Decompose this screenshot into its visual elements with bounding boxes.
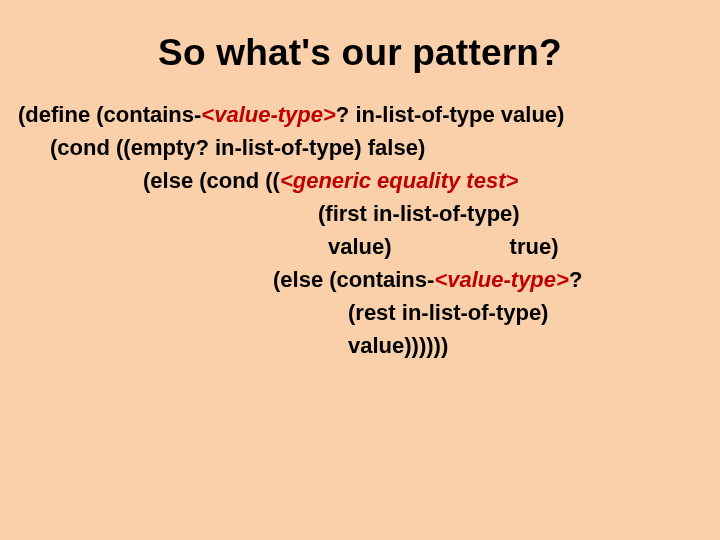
code-text: (rest in-list-of-type) [348, 300, 548, 325]
code-text: value)))))) [348, 333, 448, 358]
code-text: (first in-list-of-type) [318, 201, 520, 226]
code-line-3: (else (cond ((<generic equality test> [18, 164, 702, 197]
code-text: (else (contains- [273, 267, 434, 292]
code-block: (define (contains-<value-type>? in-list-… [18, 98, 702, 362]
code-line-4: (first in-list-of-type) [18, 197, 702, 230]
code-line-7: (rest in-list-of-type) [18, 296, 702, 329]
code-line-8: value)))))) [18, 329, 702, 362]
value-type-placeholder: <value-type> [201, 102, 336, 127]
code-text: true) [510, 234, 559, 259]
code-text: (cond ((empty? in-list-of-type) false) [50, 135, 425, 160]
code-line-5: value)true) [18, 230, 702, 263]
code-text: (else (cond (( [143, 168, 280, 193]
slide: So what's our pattern? (define (contains… [0, 0, 720, 540]
code-line-1: (define (contains-<value-type>? in-list-… [18, 98, 702, 131]
code-line-6: (else (contains-<value-type>? [18, 263, 702, 296]
code-text: ? in-list-of-type value) [336, 102, 565, 127]
code-text: value) [328, 234, 392, 259]
code-text: ? [569, 267, 582, 292]
code-line-2: (cond ((empty? in-list-of-type) false) [18, 131, 702, 164]
generic-equality-placeholder: <generic equality test> [280, 168, 518, 193]
slide-title: So what's our pattern? [18, 32, 702, 74]
code-text: (define (contains- [18, 102, 201, 127]
value-type-placeholder: <value-type> [434, 267, 569, 292]
